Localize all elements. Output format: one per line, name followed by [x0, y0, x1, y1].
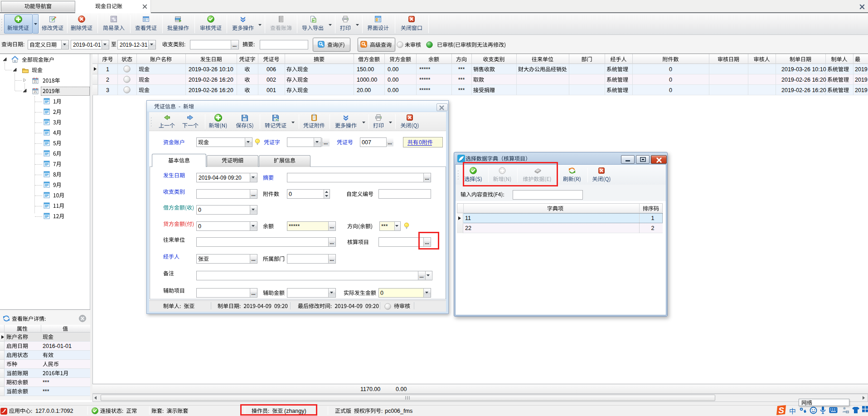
svg-text:S: S [778, 406, 784, 415]
svg-text:21: 21 [34, 80, 37, 83]
svg-text:21: 21 [34, 90, 37, 93]
svg-text:2: 2 [847, 411, 848, 413]
